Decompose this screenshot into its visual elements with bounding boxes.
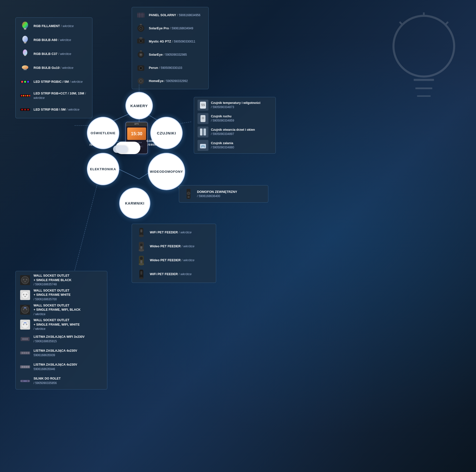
svg-point-31 <box>24 81 26 83</box>
product-text: HomeEye / 5905090332992 <box>149 79 188 83</box>
svg-text:°C%: °C% <box>201 104 205 106</box>
product-text: Perun / 5905090330103 <box>149 66 182 70</box>
svg-rect-113 <box>188 196 190 198</box>
svg-point-82 <box>23 294 24 295</box>
svg-rect-56 <box>139 37 142 39</box>
list-item: SolarEye Pro / 5906168634949 <box>135 23 205 34</box>
list-item: Czujnik otwarcia drzwi i okien / 5905090… <box>198 127 272 137</box>
svg-point-112 <box>187 192 190 195</box>
pet-feeder-4-icon <box>135 268 147 280</box>
list-item: WALL SOCKET OUTLET+ SINGLE FRAME WHITE /… <box>19 289 104 301</box>
svg-point-32 <box>27 81 29 83</box>
list-item: Czujnik zalania / 5905090334880 <box>198 140 272 151</box>
svg-point-37 <box>27 95 28 96</box>
svg-point-100 <box>26 352 27 354</box>
kamery-node: KAMERY <box>125 92 153 119</box>
svg-point-122 <box>139 263 144 265</box>
list-item: RGB BULB A60 / wkrótce <box>19 34 89 46</box>
product-text: DOMOFON ZEWNĘTRZNY / 5906168636400 <box>197 190 237 198</box>
svg-point-104 <box>24 366 25 368</box>
pet-feeder-2-icon <box>135 240 147 252</box>
elektronika-node: ELEKTRONIKA <box>87 153 119 185</box>
list-item: Czujnik ruchu / 5905090334859 <box>198 113 272 124</box>
svg-rect-110 <box>23 381 27 382</box>
list-item: WALL SOCKET OUTLET+ SINGLE FRAME BLACK /… <box>19 274 104 287</box>
flood-sensor-icon <box>198 140 208 151</box>
svg-point-96 <box>26 338 28 340</box>
svg-point-95 <box>24 338 26 340</box>
list-item: LED STRIP RGB \ 5M / wkrótce <box>19 104 89 116</box>
product-text: RGB BULB A60 / wkrótce <box>34 38 71 42</box>
power-strip-4b-icon <box>19 361 31 373</box>
bulb-c37-icon <box>19 48 31 60</box>
karmniki-node: KARMNIKI <box>119 188 150 219</box>
svg-point-87 <box>23 309 24 310</box>
power-strip-4a-icon <box>19 347 31 359</box>
product-text: Mystic 4G PTZ / 5905090330011 <box>149 39 195 44</box>
sensors-panel: °C% Czujnik temperatury i wilgotności / … <box>194 97 276 154</box>
door-sensor-icon <box>198 127 208 137</box>
svg-point-81 <box>21 291 29 299</box>
list-item: HomeEye / 5905090332992 <box>135 76 205 86</box>
svg-rect-43 <box>137 13 145 18</box>
camera-solareye-icon <box>135 49 146 60</box>
roller-motor-icon <box>19 375 31 387</box>
svg-rect-52 <box>140 24 142 25</box>
svg-point-30 <box>21 81 23 83</box>
list-item: RGB FILLAMENT / wkrótce <box>19 20 89 32</box>
svg-point-55 <box>140 40 142 42</box>
product-text: LED STRIP RGBiC / 5M / wkrótce <box>34 80 83 84</box>
product-text: RGB BULB Gu10 / wkrótce <box>34 66 73 70</box>
product-text: WiFi PET FEEDER / wkrótce <box>150 272 192 276</box>
product-text: Wideo PET FEEDER / wkrótce <box>150 244 195 249</box>
svg-point-0 <box>394 16 454 77</box>
product-text: Czujnik zalania / 5905090334880 <box>211 141 234 150</box>
svg-line-5 <box>446 22 448 24</box>
product-text: SILNIK DO ROLET / 5905090335856 <box>34 377 61 385</box>
motion-sensor-icon <box>198 113 208 124</box>
doorbell-icon <box>183 188 195 200</box>
control-panel-label: CONTROL PANEL/5905090332664 <box>147 139 173 147</box>
list-item: LISTWA ZASILAJĄCA WIFI 3x230V / 59061686… <box>19 333 104 345</box>
svg-point-63 <box>140 67 142 69</box>
product-text: SolarEye / 5905090332985 <box>149 52 187 57</box>
list-item: LED STRIP RGB+CCT / 10M; 15M / wkrótce <box>19 90 89 102</box>
svg-rect-120 <box>140 246 142 249</box>
svg-rect-127 <box>140 271 142 275</box>
svg-rect-26 <box>24 55 26 56</box>
list-item: PANEL SOLARNY / 5906168634956 <box>135 10 205 21</box>
svg-point-41 <box>24 109 26 110</box>
pet-feeder-1-icon <box>135 226 147 238</box>
bulb-decoration <box>387 12 461 107</box>
list-item: Wideo PET FEEDER / wkrótce <box>135 240 212 252</box>
wideodomofony-node: WIDEODOMOFONY <box>148 153 185 190</box>
svg-point-99 <box>24 352 25 354</box>
socket-wifi-black-icon <box>19 304 31 316</box>
product-text: RGB FILLAMENT / wkrótce <box>34 24 74 28</box>
svg-point-92 <box>26 324 27 325</box>
product-text: LISTWA ZASILAJĄCA 4x230V 5906168635939 <box>34 349 77 357</box>
svg-rect-116 <box>140 229 142 232</box>
svg-point-51 <box>140 28 141 29</box>
solar-panel-icon <box>135 10 146 21</box>
svg-rect-20 <box>24 28 26 29</box>
list-item: RGB BULB C37 / wkrótce <box>19 48 89 60</box>
product-text: LED STRIP RGB \ 5M / wkrótce <box>34 107 79 112</box>
svg-point-71 <box>202 117 204 119</box>
svg-point-106 <box>28 366 29 368</box>
svg-line-6 <box>399 22 402 24</box>
strip-rgbcct-icon <box>19 90 31 102</box>
svg-point-59 <box>140 54 142 56</box>
product-text: Wideo PET FEEDER / wkrótce <box>150 258 195 262</box>
product-text: LISTWA ZASILAJĄCA WIFI 3x230V / 59061686… <box>34 335 84 343</box>
svg-point-77 <box>23 279 24 280</box>
svg-rect-72 <box>200 129 202 135</box>
svg-rect-24 <box>24 43 26 43</box>
svg-point-34 <box>21 95 22 96</box>
pet-feeder-3-icon <box>135 254 147 266</box>
svg-point-25 <box>23 49 27 55</box>
product-text: PANEL SOLARNY / 5906168634956 <box>149 13 200 17</box>
svg-point-98 <box>22 352 23 354</box>
list-item: SILNIK DO ROLET / 5905090335856 <box>19 375 104 387</box>
svg-point-66 <box>140 80 142 82</box>
